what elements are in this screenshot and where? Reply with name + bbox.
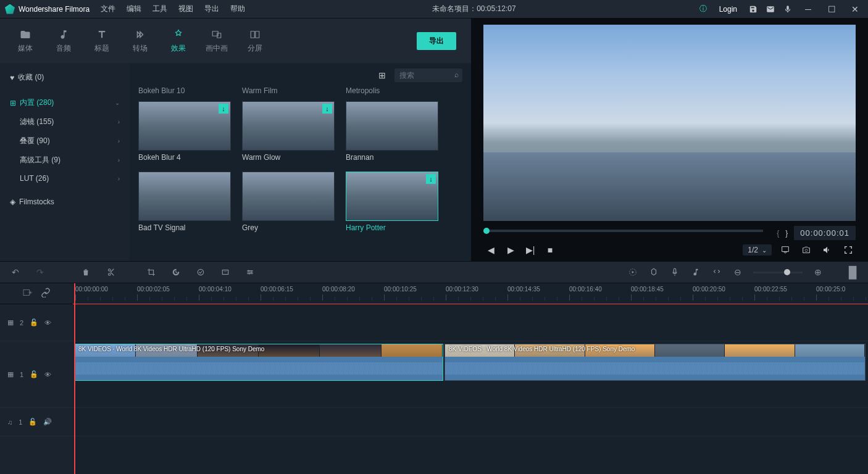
mail-icon[interactable] — [766, 4, 775, 14]
effect-item[interactable]: Grey — [242, 172, 335, 232]
speed-icon[interactable] — [170, 267, 182, 278]
visibility-icon[interactable]: 👁 — [44, 319, 51, 326]
track-head-video1[interactable]: ▦ 1 🔓 👁 — [0, 341, 73, 408]
effects-sidebar: ♥ 收藏 (0) ⊞ 内置 (280) ⌄ 滤镜 (155)› 叠覆 (90)›… — [0, 63, 130, 261]
close-button[interactable]: ✕ — [847, 4, 863, 14]
search-input[interactable] — [394, 69, 462, 82]
mute-icon[interactable]: 🔊 — [43, 418, 52, 426]
menu-view[interactable]: 视图 — [173, 1, 198, 17]
preview-scrubber[interactable] — [483, 230, 763, 232]
snapshot-icon[interactable] — [799, 243, 814, 257]
preview-viewport[interactable] — [483, 25, 856, 221]
search-icon[interactable]: ⌕ — [454, 70, 459, 79]
track-audio1[interactable] — [73, 408, 868, 436]
info-icon[interactable]: ⓘ — [698, 4, 708, 14]
mixer-icon[interactable] — [690, 267, 701, 278]
effect-label: Brannan — [346, 153, 438, 162]
quality-icon[interactable] — [778, 243, 793, 257]
play-button[interactable]: ▶ — [503, 243, 518, 257]
delete-icon[interactable] — [80, 267, 91, 278]
menu-edit[interactable]: 编辑 — [122, 1, 146, 17]
track-video2[interactable] — [73, 304, 868, 341]
render-icon[interactable] — [627, 267, 638, 278]
marker-icon[interactable] — [648, 267, 659, 278]
link-icon[interactable] — [41, 288, 51, 299]
add-track-icon[interactable] — [22, 288, 32, 299]
grid-view-icon[interactable]: ⊞ — [378, 70, 386, 80]
menu-file[interactable]: 文件 — [96, 1, 120, 17]
timeline-ruler[interactable]: 00:00:00:0000:00:02:0500:00:04:1000:00:0… — [73, 283, 868, 304]
track-head-audio1[interactable]: ♫ 1 🔓 🔊 — [0, 408, 73, 436]
volume-icon[interactable] — [820, 243, 835, 257]
mark-out-icon[interactable]: } — [785, 229, 788, 238]
playhead[interactable] — [74, 283, 75, 474]
effect-item[interactable]: ↓Bokeh Blur 4 — [138, 101, 231, 162]
next-frame-button[interactable]: ▶| — [523, 243, 538, 257]
green-screen-icon[interactable] — [220, 267, 231, 278]
save-icon[interactable] — [748, 4, 758, 14]
download-icon[interactable]: ↓ — [219, 104, 228, 114]
mic-download-icon[interactable] — [783, 4, 793, 14]
timeline-tracks[interactable]: 00:00:00:0000:00:02:0500:00:04:1000:00:0… — [73, 283, 868, 474]
lock-icon[interactable]: 🔓 — [28, 418, 37, 426]
adjust-icon[interactable] — [244, 267, 256, 278]
effect-item[interactable]: ↓Harry Potter — [346, 172, 438, 232]
tab-effects[interactable]: 效果 — [159, 28, 198, 54]
undo-icon[interactable]: ↶ — [10, 267, 21, 278]
stop-button[interactable]: ■ — [543, 243, 557, 257]
fullscreen-icon[interactable] — [841, 243, 856, 257]
sidebar-advanced[interactable]: 高级工具 (9)› — [0, 151, 130, 170]
tab-split[interactable]: 分屏 — [236, 28, 274, 54]
download-icon[interactable]: ↓ — [426, 174, 436, 184]
sidebar-filter[interactable]: 滤镜 (155)› — [0, 112, 130, 131]
timeline-clip[interactable]: 8K VIDEOS · World 8K Videos HDR UltraHD … — [444, 344, 866, 381]
sidebar-favorites[interactable]: ♥ 收藏 (0) — [0, 68, 130, 87]
lock-icon[interactable]: 🔓 — [30, 370, 38, 378]
split-icon[interactable] — [105, 267, 116, 278]
color-icon[interactable] — [195, 267, 206, 278]
track-video1[interactable]: 8K VIDEOS · World 8K Videos HDR UltraHD … — [73, 341, 868, 408]
playback-speed-select[interactable]: 1/2 ⌄ — [743, 244, 772, 256]
download-icon[interactable]: ↓ — [322, 104, 332, 114]
tab-audio[interactable]: 音频 — [44, 28, 83, 54]
effect-item[interactable]: Brannan — [346, 101, 438, 162]
visibility-icon[interactable]: 👁 — [44, 371, 51, 378]
effect-item[interactable]: Bad TV Signal — [138, 172, 231, 232]
timeline-clip[interactable]: 8K VIDEOS · World 8K Videos HDR UltraHD … — [74, 344, 443, 381]
prev-frame-button[interactable]: ◀ — [483, 243, 498, 257]
effect-label: Harry Potter — [346, 223, 438, 232]
crop-icon[interactable] — [146, 267, 157, 278]
tab-pip[interactable]: 画中画 — [198, 28, 236, 54]
login-button[interactable]: Login — [716, 5, 741, 14]
minimize-button[interactable]: ─ — [800, 4, 816, 14]
redo-icon[interactable]: ↷ — [35, 267, 46, 278]
tab-media[interactable]: 媒体 — [6, 28, 44, 54]
menu-help[interactable]: 帮助 — [225, 1, 250, 17]
zoom-out-icon[interactable]: ⊖ — [732, 267, 743, 278]
voiceover-icon[interactable] — [669, 267, 680, 278]
tab-title[interactable]: 标题 — [83, 28, 121, 54]
mark-in-icon[interactable]: { — [777, 229, 779, 238]
maximize-button[interactable]: ☐ — [824, 4, 840, 14]
zoom-slider[interactable] — [753, 272, 803, 273]
ruler-tick: 00:00:04:10 — [199, 286, 232, 293]
track-head-video2[interactable]: ▦ 2 🔓 👁 — [0, 304, 73, 341]
zoom-in-icon[interactable]: ⊕ — [812, 267, 824, 278]
menu-export[interactable]: 导出 — [199, 1, 224, 17]
tab-transition[interactable]: 转场 — [121, 28, 159, 54]
fit-icon[interactable] — [711, 267, 722, 278]
effects-grid-area: ⊞ ⌕ Bokeh Blur 10 Warm Film Metropolis ↓… — [130, 63, 471, 261]
preview-panel: { } 00:00:00:01 ◀ ▶ ▶| ■ 1/2 ⌄ — [471, 19, 868, 261]
sidebar-lut[interactable]: LUT (26)› — [0, 170, 130, 187]
export-button[interactable]: 导出 — [417, 32, 456, 50]
menu-tools[interactable]: 工具 — [148, 1, 172, 17]
effect-item[interactable]: ↓Warm Glow — [242, 101, 335, 162]
sidebar-overlay[interactable]: 叠覆 (90)› — [0, 131, 130, 151]
sidebar-builtin[interactable]: ⊞ 内置 (280) ⌄ — [0, 93, 130, 112]
sidebar-filmstocks[interactable]: ◈ Filmstocks — [0, 193, 130, 210]
ruler-tick: 00:00:08:20 — [322, 286, 355, 293]
search-box: ⌕ — [394, 69, 462, 82]
track-manager-icon[interactable]: ▐▌ — [847, 267, 858, 278]
effect-label-truncated: Metropolis — [346, 86, 438, 95]
lock-icon[interactable]: 🔓 — [30, 318, 38, 326]
